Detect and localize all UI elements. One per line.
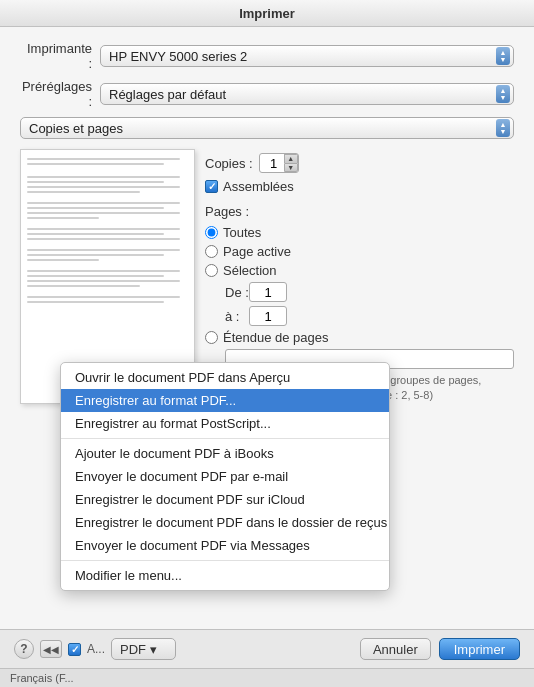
- pages-range-row[interactable]: Étendue de pages: [205, 330, 514, 345]
- printer-row: Imprimante : HP ENVY 5000 series 2: [20, 41, 514, 71]
- copies-label: Copies :: [205, 156, 253, 171]
- preview-line: [27, 191, 140, 193]
- bottom-bar: ? ◀◀ A... PDF ▾ Annuler Imprimer: [0, 629, 534, 668]
- preview-line: [27, 181, 164, 183]
- pages-active-row[interactable]: Page active: [205, 244, 514, 259]
- scope-select[interactable]: Copies et pages: [20, 117, 514, 139]
- scope-select-wrapper[interactable]: Copies et pages: [20, 117, 514, 139]
- pages-from-input[interactable]: [249, 282, 287, 302]
- preview-line: [27, 275, 164, 277]
- presets-row: Préréglages : Réglages par défaut: [20, 79, 514, 109]
- preview-line: [27, 254, 164, 256]
- menu-item-modify-menu[interactable]: Modifier le menu...: [61, 564, 389, 587]
- copies-stepper[interactable]: ▲ ▼: [284, 154, 298, 172]
- presets-label: Préréglages :: [20, 79, 100, 109]
- pages-active-label: Page active: [223, 244, 291, 259]
- pages-from-label: De :: [225, 285, 249, 300]
- pages-selection-row[interactable]: Sélection: [205, 263, 514, 278]
- preview-line: [27, 212, 180, 214]
- preview-line: [27, 280, 180, 282]
- dialog-title: Imprimer: [239, 6, 295, 21]
- pages-to-input[interactable]: [249, 306, 287, 326]
- preview-line: [27, 270, 180, 272]
- printer-select[interactable]: HP ENVY 5000 series 2: [100, 45, 514, 67]
- preview-line: [27, 228, 180, 230]
- printer-label: Imprimante :: [20, 41, 100, 71]
- assembled-label: Assemblées: [223, 179, 294, 194]
- preview-line: [27, 296, 180, 298]
- pdf-dropdown-menu: Ouvrir le document PDF dans AperçuEnregi…: [60, 362, 390, 591]
- preview-line: [27, 233, 164, 235]
- pages-active-radio[interactable]: [205, 245, 218, 258]
- preview-line: [27, 163, 164, 165]
- pdf-button[interactable]: PDF ▾: [111, 638, 176, 660]
- pages-label: Pages :: [205, 204, 514, 219]
- pages-all-radio[interactable]: [205, 226, 218, 239]
- assembled-row[interactable]: Assemblées: [205, 179, 514, 194]
- cancel-button[interactable]: Annuler: [360, 638, 431, 660]
- pages-range-radio[interactable]: [205, 331, 218, 344]
- preview-line: [27, 217, 99, 219]
- scope-row: Copies et pages: [20, 117, 514, 139]
- menu-separator-7: [61, 560, 389, 561]
- preview-checkbox[interactable]: [68, 643, 81, 656]
- menu-item-add-ibooks[interactable]: Ajouter le document PDF à iBooks: [61, 442, 389, 465]
- preview-label: A...: [87, 642, 105, 656]
- pages-from-row: De :: [205, 282, 514, 302]
- copies-input-wrap[interactable]: ▲ ▼: [259, 153, 299, 173]
- preview-line: [27, 207, 164, 209]
- preview-line: [27, 238, 180, 240]
- pages-selection-radio[interactable]: [205, 264, 218, 277]
- copies-decrement-button[interactable]: ▼: [284, 163, 298, 173]
- pages-to-label: à :: [225, 309, 249, 324]
- locale-bar: Français (F...: [0, 668, 534, 687]
- preview-line: [27, 176, 180, 178]
- preview-line: [27, 202, 180, 204]
- menu-item-save-web[interactable]: Enregistrer le document PDF dans le doss…: [61, 511, 389, 534]
- nav-prev-button[interactable]: ◀◀: [40, 640, 62, 658]
- menu-item-send-messages[interactable]: Envoyer le document PDF via Messages: [61, 534, 389, 557]
- pages-all-row[interactable]: Toutes: [205, 225, 514, 240]
- locale-label: Français (F...: [10, 672, 74, 684]
- menu-item-open-preview[interactable]: Ouvrir le document PDF dans Aperçu: [61, 366, 389, 389]
- printer-select-wrapper[interactable]: HP ENVY 5000 series 2: [100, 45, 514, 67]
- copies-row: Copies : ▲ ▼: [205, 153, 514, 173]
- pages-all-label: Toutes: [223, 225, 261, 240]
- preview-line: [27, 301, 164, 303]
- bottom-right: Annuler Imprimer: [360, 638, 520, 660]
- preview-line: [27, 186, 180, 188]
- menu-item-save-icloud[interactable]: Enregistrer le document PDF sur iCloud: [61, 488, 389, 511]
- presets-select[interactable]: Réglages par défaut: [100, 83, 514, 105]
- menu-item-save-ps[interactable]: Enregistrer au format PostScript...: [61, 412, 389, 435]
- pdf-button-label: PDF ▾: [120, 642, 157, 657]
- bottom-left: ? ◀◀ A... PDF ▾: [14, 638, 176, 660]
- copies-increment-button[interactable]: ▲: [284, 154, 298, 163]
- pages-selection-label: Sélection: [223, 263, 276, 278]
- menu-item-save-pdf[interactable]: Enregistrer au format PDF...: [61, 389, 389, 412]
- preview-line: [27, 259, 99, 261]
- preview-line: [27, 285, 140, 287]
- preview-line: [27, 158, 180, 160]
- title-bar: Imprimer: [0, 0, 534, 27]
- pages-range-label: Étendue de pages: [223, 330, 329, 345]
- assembled-checkbox[interactable]: [205, 180, 218, 193]
- help-button[interactable]: ?: [14, 639, 34, 659]
- menu-item-send-email[interactable]: Envoyer le document PDF par e-mail: [61, 465, 389, 488]
- preview-line: [27, 249, 180, 251]
- presets-select-wrapper[interactable]: Réglages par défaut: [100, 83, 514, 105]
- dialog-body: Imprimante : HP ENVY 5000 series 2 Préré…: [0, 27, 534, 629]
- copies-section: Copies : ▲ ▼ Assemblées: [205, 153, 514, 194]
- menu-separator-2: [61, 438, 389, 439]
- pages-to-row: à :: [205, 306, 514, 326]
- print-button[interactable]: Imprimer: [439, 638, 520, 660]
